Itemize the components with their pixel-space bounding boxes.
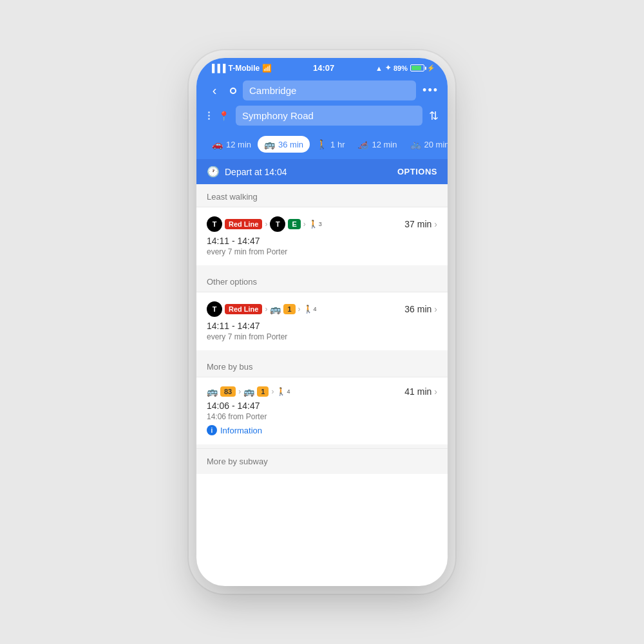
battery-fill: [412, 66, 421, 70]
clock-icon: 🕐: [207, 166, 220, 178]
route-top-2: T Red Line › 🚌 1 › 🚶4 36 min ›: [207, 301, 437, 317]
route-icons-2: T Red Line › 🚌 1 › 🚶4: [207, 301, 317, 317]
drive-icon: 🚗: [212, 139, 223, 149]
options-button[interactable]: OPTIONS: [397, 167, 437, 176]
t-badge-3: T: [207, 301, 222, 317]
origin-input[interactable]: [243, 80, 416, 100]
route-card-2[interactable]: T Red Line › 🚌 1 › 🚶4 36 min › 14:11 - 1…: [196, 292, 448, 350]
walk2-icon: 🦽: [357, 139, 368, 149]
bus-icon-1: 🚌: [270, 304, 281, 314]
battery-label: 89%: [393, 64, 408, 72]
mode-tabs: 🚗 12 min 🚌 36 min 🚶 1 hr 🦽 12 min 🚲 20 m…: [196, 132, 448, 159]
depart-bar: 🕐 Depart at 14:04 OPTIONS: [196, 159, 448, 184]
transit-icon: 🚌: [264, 139, 275, 149]
walk-badge-1: 🚶3: [308, 220, 322, 229]
green-e-badge: E: [288, 219, 300, 229]
route-icons-3: 🚌 83 › 🚌 1 › 🚶4: [207, 386, 290, 397]
walk-icon: 🚶: [316, 139, 327, 149]
back-button[interactable]: ‹: [205, 83, 223, 98]
tab-walk-label: 1 hr: [330, 140, 345, 149]
charging-icon: ⚡: [427, 64, 435, 71]
chevron-2: ›: [434, 304, 437, 314]
status-left: ▐▐▐ T-Mobile 📶: [209, 64, 272, 73]
tab-bike[interactable]: 🚲 20 min: [404, 136, 448, 153]
route-time-2: 14:11 - 14:47: [207, 321, 437, 331]
arrow-2: ›: [303, 220, 306, 229]
route-duration-1: 37 min ›: [404, 219, 437, 229]
section-least-walking-header: Least walking: [196, 184, 448, 207]
bike-icon: 🚲: [410, 139, 421, 149]
tab-drive-label: 12 min: [226, 140, 251, 149]
route-top-3: 🚌 83 › 🚌 1 › 🚶4 41 min ›: [207, 386, 437, 397]
walk-badge-2: 🚶4: [303, 305, 317, 314]
tab-transit[interactable]: 🚌 36 min: [258, 136, 310, 153]
red-line-badge-2: Red Line: [225, 304, 262, 314]
route-dots: [205, 111, 212, 120]
info-link[interactable]: i Information: [207, 425, 262, 435]
chevron-3: ›: [434, 386, 437, 397]
battery-body: [410, 64, 424, 71]
tab-walk2[interactable]: 🦽 12 min: [351, 136, 403, 153]
section-more-subway: More by subway: [196, 448, 448, 474]
bus-1-badge: 1: [283, 304, 295, 314]
phone-shell: ▐▐▐ T-Mobile 📶 14:07 ▲ ✦ 89% ⚡ ‹ •••: [196, 58, 448, 586]
depart-label: Depart at 14:04: [225, 167, 287, 177]
route-freq-3: 14:06 from Porter: [207, 412, 437, 421]
nav-header: ‹ ••• 📍 ⇅: [196, 77, 448, 132]
t-badge-1: T: [207, 216, 222, 232]
tab-walk2-label: 12 min: [372, 140, 397, 149]
arrow-6: ›: [271, 387, 274, 396]
route-freq-1: every 7 min from Porter: [207, 247, 437, 256]
bus-icon-3: 🚌: [243, 386, 254, 397]
bluetooth-icon: ✦: [385, 64, 391, 72]
time-display: 14:07: [313, 63, 334, 73]
chevron-1: ›: [434, 219, 437, 229]
route-card-1[interactable]: T Red Line › T E › 🚶3 37 min › 14:11 - 1…: [196, 207, 448, 265]
tab-drive[interactable]: 🚗 12 min: [205, 136, 258, 153]
route-freq-2: every 7 min from Porter: [207, 332, 437, 341]
signal-icon: ▐▐▐: [209, 64, 226, 73]
route-duration-2: 36 min ›: [404, 304, 437, 314]
nav-row1: ‹ •••: [205, 80, 439, 100]
status-bar: ▐▐▐ T-Mobile 📶 14:07 ▲ ✦ 89% ⚡: [196, 58, 448, 77]
arrow-5: ›: [238, 387, 241, 396]
route-duration-3: 41 min ›: [404, 386, 437, 397]
dot3: [208, 118, 210, 120]
tab-transit-label: 36 min: [278, 140, 303, 149]
location-icon: ▲: [375, 64, 383, 72]
dot2: [208, 115, 210, 117]
destination-pin-icon: 📍: [218, 111, 229, 121]
route-icons-1: T Red Line › T E › 🚶3: [207, 216, 322, 232]
t-badge-2: T: [270, 216, 285, 232]
arrow-3: ›: [265, 305, 267, 314]
route-time-3: 14:06 - 14:47: [207, 401, 437, 411]
dot1: [208, 111, 210, 113]
swap-button[interactable]: ⇅: [429, 109, 439, 123]
depart-left: 🕐 Depart at 14:04: [207, 166, 287, 178]
wifi-icon: 📶: [262, 64, 272, 73]
section-more-bus-header: More by bus: [196, 354, 448, 377]
carrier-label: T-Mobile: [229, 64, 260, 73]
route-time-1: 14:11 - 14:47: [207, 236, 437, 246]
status-right: ▲ ✦ 89% ⚡: [375, 64, 435, 72]
arrow-4: ›: [298, 305, 301, 314]
route-top-1: T Red Line › T E › 🚶3 37 min ›: [207, 216, 437, 232]
red-line-badge-1: Red Line: [225, 219, 262, 229]
destination-input[interactable]: [236, 106, 422, 126]
origin-dot-icon: [230, 88, 236, 94]
nav-row2: 📍 ⇅: [205, 106, 439, 126]
walk-badge-3: 🚶4: [276, 387, 290, 396]
more-button[interactable]: •••: [422, 84, 439, 97]
info-icon: i: [207, 425, 217, 435]
info-label: Information: [220, 426, 262, 435]
content: Least walking T Red Line › T E › 🚶3 37 m…: [196, 184, 448, 474]
tab-walk[interactable]: 🚶 1 hr: [310, 136, 351, 153]
section-other-options-header: Other options: [196, 269, 448, 292]
bus-1-badge-2: 1: [257, 386, 269, 397]
tab-bike-label: 20 min: [424, 140, 448, 149]
arrow-1: ›: [265, 220, 267, 229]
route-card-3[interactable]: 🚌 83 › 🚌 1 › 🚶4 41 min › 14:06 - 14:47 1…: [196, 377, 448, 444]
battery-icon: [410, 64, 424, 71]
bus-83-badge: 83: [220, 386, 236, 397]
bus-icon-2: 🚌: [207, 386, 218, 397]
